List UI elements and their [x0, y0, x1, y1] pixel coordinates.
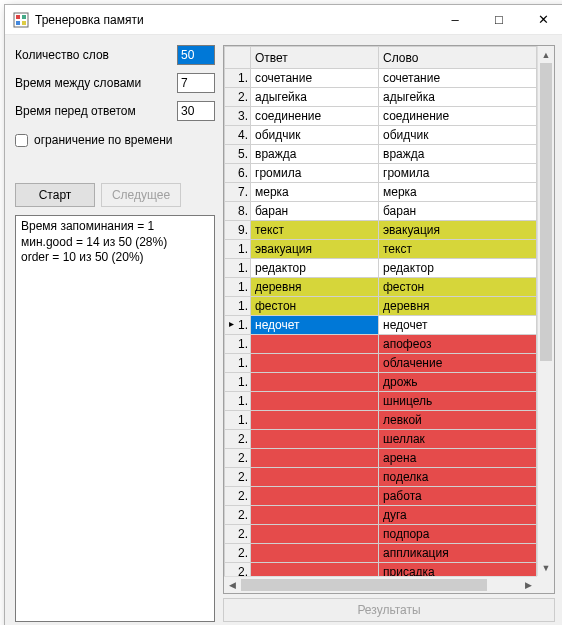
answer-cell[interactable]: [251, 430, 379, 449]
word-cell[interactable]: шеллак: [379, 430, 537, 449]
answer-cell[interactable]: громила: [251, 164, 379, 183]
word-cell[interactable]: соединение: [379, 107, 537, 126]
answer-cell[interactable]: эвакуация: [251, 240, 379, 259]
answer-cell[interactable]: [251, 506, 379, 525]
word-cell[interactable]: арена: [379, 449, 537, 468]
table-row[interactable]: 3.соединениесоединение: [225, 107, 537, 126]
table-row[interactable]: 1.шницель: [225, 392, 537, 411]
word-cell[interactable]: обидчик: [379, 126, 537, 145]
word-cell[interactable]: сочетание: [379, 69, 537, 88]
word-cell[interactable]: шницель: [379, 392, 537, 411]
table-row[interactable]: 4.обидчикобидчик: [225, 126, 537, 145]
close-button[interactable]: ✕: [521, 5, 562, 35]
table-row[interactable]: 1.фестондеревня: [225, 297, 537, 316]
answer-cell[interactable]: [251, 411, 379, 430]
table-row[interactable]: 1.сочетаниесочетание: [225, 69, 537, 88]
table-row[interactable]: 8.баранбаран: [225, 202, 537, 221]
table-row[interactable]: 1.эвакуациятекст: [225, 240, 537, 259]
time-limit-checkbox[interactable]: [15, 134, 28, 147]
word-cell[interactable]: редактор: [379, 259, 537, 278]
vertical-scrollbar[interactable]: ▲ ▼: [537, 46, 554, 576]
word-cell[interactable]: громила: [379, 164, 537, 183]
answer-cell[interactable]: адыгейка: [251, 88, 379, 107]
table-row[interactable]: 2.работа: [225, 487, 537, 506]
scroll-down-icon[interactable]: ▼: [538, 559, 554, 576]
table-row[interactable]: 1.левкой: [225, 411, 537, 430]
table-row[interactable]: 9.текстэвакуация: [225, 221, 537, 240]
table-row[interactable]: 1.дрожь: [225, 373, 537, 392]
word-cell[interactable]: эвакуация: [379, 221, 537, 240]
word-cell[interactable]: мерка: [379, 183, 537, 202]
table-row[interactable]: 2.присадка: [225, 563, 537, 577]
word-cell[interactable]: подпора: [379, 525, 537, 544]
table-row[interactable]: 1.облачение: [225, 354, 537, 373]
table-row[interactable]: 2.шеллак: [225, 430, 537, 449]
maximize-button[interactable]: □: [477, 5, 521, 35]
table-row[interactable]: 1.апофеоз: [225, 335, 537, 354]
word-count-input[interactable]: [177, 45, 215, 65]
table-row[interactable]: 2.арена: [225, 449, 537, 468]
answer-cell[interactable]: мерка: [251, 183, 379, 202]
word-cell[interactable]: дрожь: [379, 373, 537, 392]
answer-cell[interactable]: [251, 354, 379, 373]
answer-cell[interactable]: [251, 392, 379, 411]
answer-cell[interactable]: [251, 335, 379, 354]
answer-cell[interactable]: обидчик: [251, 126, 379, 145]
answer-cell[interactable]: недочет: [251, 316, 379, 335]
answer-cell[interactable]: [251, 525, 379, 544]
answer-cell[interactable]: [251, 544, 379, 563]
word-cell[interactable]: вражда: [379, 145, 537, 164]
table-row[interactable]: 1.деревняфестон: [225, 278, 537, 297]
answer-cell[interactable]: текст: [251, 221, 379, 240]
row-header: 7.: [225, 183, 251, 202]
scroll-right-icon[interactable]: ▶: [520, 577, 537, 593]
table-row[interactable]: 1.недочетнедочет: [225, 316, 537, 335]
answer-cell[interactable]: [251, 487, 379, 506]
word-cell[interactable]: дуга: [379, 506, 537, 525]
answer-cell[interactable]: сочетание: [251, 69, 379, 88]
table-row[interactable]: 5.враждавражда: [225, 145, 537, 164]
answer-cell[interactable]: соединение: [251, 107, 379, 126]
answer-cell[interactable]: редактор: [251, 259, 379, 278]
word-cell[interactable]: текст: [379, 240, 537, 259]
word-cell[interactable]: облачение: [379, 354, 537, 373]
word-cell[interactable]: работа: [379, 487, 537, 506]
table-row[interactable]: 2.подпора: [225, 525, 537, 544]
word-cell[interactable]: фестон: [379, 278, 537, 297]
answer-cell[interactable]: [251, 373, 379, 392]
column-header-answer[interactable]: Ответ: [251, 47, 379, 69]
table-row[interactable]: 2.аппликация: [225, 544, 537, 563]
answer-cell[interactable]: деревня: [251, 278, 379, 297]
word-cell[interactable]: баран: [379, 202, 537, 221]
answer-cell[interactable]: вражда: [251, 145, 379, 164]
word-cell[interactable]: недочет: [379, 316, 537, 335]
minimize-button[interactable]: –: [433, 5, 477, 35]
word-cell[interactable]: аппликация: [379, 544, 537, 563]
table-row[interactable]: 6.громилагромила: [225, 164, 537, 183]
answer-cell[interactable]: баран: [251, 202, 379, 221]
table-row[interactable]: 7.меркамерка: [225, 183, 537, 202]
interval-input[interactable]: [177, 73, 215, 93]
column-header-word[interactable]: Слово: [379, 47, 537, 69]
horizontal-scrollbar[interactable]: ◀ ▶: [224, 576, 537, 593]
table-row[interactable]: 2.адыгейкаадыгейка: [225, 88, 537, 107]
results-grid[interactable]: Ответ Слово 1.сочетаниесочетание2.адыгей…: [223, 45, 555, 594]
word-cell[interactable]: поделка: [379, 468, 537, 487]
answer-cell[interactable]: [251, 468, 379, 487]
scroll-up-icon[interactable]: ▲: [538, 46, 554, 63]
row-header: 1.: [225, 354, 251, 373]
answer-cell[interactable]: [251, 449, 379, 468]
scroll-left-icon[interactable]: ◀: [224, 577, 241, 593]
word-cell[interactable]: адыгейка: [379, 88, 537, 107]
table-row[interactable]: 1.редакторредактор: [225, 259, 537, 278]
start-button[interactable]: Старт: [15, 183, 95, 207]
word-cell[interactable]: апофеоз: [379, 335, 537, 354]
word-cell[interactable]: левкой: [379, 411, 537, 430]
table-row[interactable]: 2.дуга: [225, 506, 537, 525]
pre-answer-input[interactable]: [177, 101, 215, 121]
word-cell[interactable]: деревня: [379, 297, 537, 316]
answer-cell[interactable]: фестон: [251, 297, 379, 316]
answer-cell[interactable]: [251, 563, 379, 577]
word-cell[interactable]: присадка: [379, 563, 537, 577]
table-row[interactable]: 2.поделка: [225, 468, 537, 487]
